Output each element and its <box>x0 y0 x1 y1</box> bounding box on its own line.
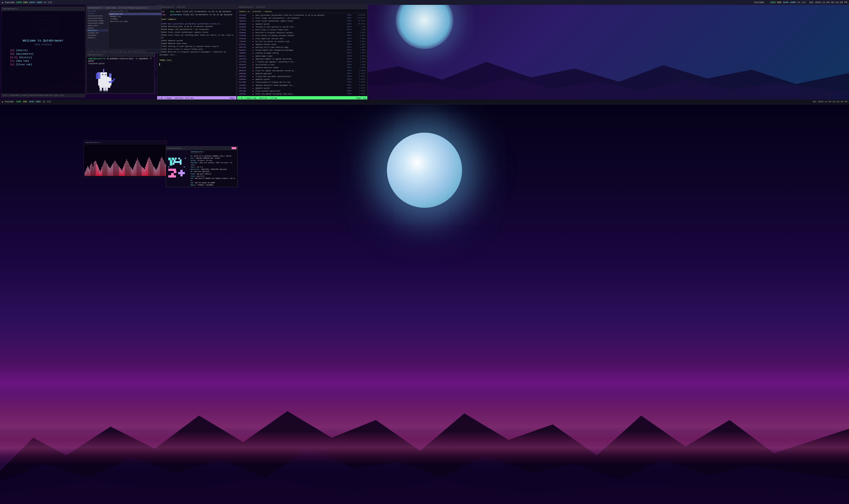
pokemon-pixel-art <box>88 66 153 95</box>
vis-bar <box>154 167 155 176</box>
vis-bar <box>121 169 121 176</box>
commit-log-item[interactable]: e4e503c●Updated uwunicorn theme wallpape… <box>239 84 365 87</box>
taskbar-title[interactable]: Youtube <box>4 101 14 103</box>
commit-log-item[interactable]: d9bc86a●Fixes ranger dnd optimization + … <box>239 17 365 20</box>
filemgr-item[interactable]: selenized-dark <box>87 17 108 19</box>
commit-log-item[interactable]: e580f59●Trying some new power optimizati… <box>239 75 365 78</box>
taskbar-mem: 104% 100% <box>29 101 41 103</box>
commit-log-item[interactable]: cefd230●Updated uwunicorn themeEmmet1 we… <box>239 66 365 69</box>
commit-log-item[interactable]: b337190●Fixes youtube hyprprofileEmmet3 … <box>239 90 365 93</box>
commit-item[interactable]: 5a7f9d2 Testing if auto-cpufreq is syste… <box>159 45 234 48</box>
commit-item[interactable]: 44605a1 Fixes recent qutebrowser update … <box>159 31 234 34</box>
vis-bar <box>134 165 135 176</box>
commit-log-item[interactable]: b0b1040●Updated pyprlandEmmet2 weeks <box>239 72 365 75</box>
commit-log-item[interactable]: 1d9f961●Fixes org agenda following roam … <box>239 93 365 95</box>
commit-log-item[interactable]: 2774c0c●Extra lines to ensure flakes wor… <box>239 29 365 31</box>
qutebrowser-content: · · · · · · · · · · · · · · · · · · · · … <box>1 11 85 69</box>
commit-log-item[interactable]: 7704c0e●Fix for nix parser on install.or… <box>239 40 365 43</box>
vis-bar <box>157 168 158 176</box>
filemgr-item[interactable]: selenized-light <box>87 22 108 24</box>
svg-rect-16 <box>106 91 108 92</box>
vis-bar <box>143 168 144 176</box>
svg-rect-34 <box>168 169 176 171</box>
svg-rect-7 <box>109 73 111 78</box>
commit-item[interactable]: 8700c8d Fixes flake not building when fl… <box>159 34 234 40</box>
filemgr-item[interactable]: zenburn <box>87 36 108 39</box>
commit-log-item[interactable]: a2650e0●Reverted to original uwunicorn w… <box>239 31 365 34</box>
terminal-rapidash-titlebar: emmet@snowfire: ~ <box>87 53 155 57</box>
vis-bar <box>164 162 165 176</box>
filemgr-item[interactable]: windows-95 <box>87 32 108 34</box>
commit-log-item[interactable]: 5ab0b19●Pinned embark and reorganized pa… <box>239 49 365 52</box>
file-manager-window: emmet@snowfire: /home/emmet/.dotfiles/th… <box>86 5 161 53</box>
filemgr-item[interactable]: system <box>87 12 108 15</box>
app-title-left[interactable]: Youtube <box>5 1 15 4</box>
commit-log-item[interactable]: 93a1f1c●Added magit-todosEmmet1 week <box>239 55 365 58</box>
commit-item[interactable]: a950dd0 Removed some bloat <box>159 42 234 45</box>
vis-bar <box>140 164 140 176</box>
neofetch-body: emmet@snowfire ━━━━━━━━━━━━━━ OS: NixOS … <box>166 150 237 187</box>
commit-log-item[interactable]: df4eee6●3d printing is coolEmmet1 week <box>239 64 365 66</box>
filemgr-item[interactable]: uwunicorn <box>87 29 108 32</box>
filemgr-file-yaml[interactable]: uwunicorn-yt.yaml <box>109 20 161 22</box>
qb-menu-quickmarks[interactable]: [b] [Quickmarks] <box>3 52 83 56</box>
vis-bar <box>110 168 111 176</box>
qb-menu-newtab[interactable]: [t] [New tab] <box>3 59 83 63</box>
commit-log-item[interactable]: b3c7dd4●Updated systemEmmet3 weeks <box>239 87 365 90</box>
commit-log-item[interactable]: 5a94da4●Updated systemEmmet2 weeks <box>239 78 365 81</box>
vis-bar <box>155 169 156 176</box>
filemgr-item[interactable]: selenized-dark <box>87 15 108 17</box>
svg-rect-14 <box>100 91 102 92</box>
commit-log-item[interactable]: b00d278●Fixes for waybar and patched cus… <box>239 69 365 72</box>
commit-log-item[interactable]: c0b0313●Cleaned up magit configEmmet1 we… <box>239 52 365 55</box>
vis-bar <box>138 160 139 176</box>
qb-menu-search[interactable]: [o] [Search] <box>3 49 83 52</box>
commit-log-item[interactable]: 3ef5130●Fixes qemu user session uefiEmme… <box>239 37 365 40</box>
commits-log-window: emmet@snowfire: .dotfiles Commits in --b… <box>237 5 367 100</box>
commit-log-item[interactable]: 9950636●Updated systemEmmet18 hours <box>239 23 365 26</box>
commit-log-item[interactable]: bc37d0d●Transitioned to flatpak obs for … <box>239 81 365 84</box>
svg-rect-23 <box>170 160 173 163</box>
vis-bar <box>89 169 90 176</box>
app-title-right[interactable]: Youtube <box>754 1 764 4</box>
qb-menu-history[interactable]: [S-h] [History] <box>3 56 83 59</box>
vis-bar <box>108 166 109 176</box>
vis-bar <box>94 162 94 176</box>
filemgr-file-license[interactable]: LICENSE <box>109 18 161 20</box>
filemgr-item[interactable]: space-dust <box>87 24 108 27</box>
svg-rect-21 <box>168 158 171 160</box>
commit-item[interactable]: a2650e0 Reverted to original uwunicorn w… <box>159 51 234 56</box>
commit-item[interactable]: d00fa89 Ranger dnd optimization + qb fil… <box>159 28 234 31</box>
filemgr-file-polarity[interactable]: polarity.txt <box>109 13 161 15</box>
svg-rect-37 <box>168 175 176 178</box>
commit-log-item[interactable]: 5d9f710●Getting rid of some electron pkg… <box>239 46 365 49</box>
commit-log-item[interactable]: 5af93d2●Testing if auto-cpufreq is syste… <box>239 26 365 29</box>
commit-item[interactable]: ef0c50d Switching back to gh as screensh… <box>159 25 234 28</box>
taskbar-right-section: Youtube 100% 59% 104% 100% 1% 115 Sat 20… <box>754 1 847 4</box>
qutebrowser-window: emmet@snowfire · · · · · · · · · · · · ·… <box>1 7 85 97</box>
commit-log-item[interactable]: 1fb4c9d●main gitea/main github/main Fixe… <box>239 14 365 17</box>
svg-rect-29 <box>173 161 175 163</box>
moon-bottom <box>387 133 462 208</box>
qb-menu-closetab[interactable]: [x] [Close tab] <box>3 63 83 66</box>
commit-log-item[interactable]: e011f28●Improved comment on agenda synct… <box>239 58 365 60</box>
filemgr-item[interactable]: ubuntu <box>87 27 108 29</box>
battery-status-right: 100% <box>770 1 776 4</box>
commit-item[interactable]: dee0888 main gitea/main gitlab/main gith… <box>159 22 234 25</box>
commits-log-titlebar: emmet@snowfire: .dotfiles <box>237 5 367 9</box>
filemgr-item[interactable]: woodland <box>87 34 108 36</box>
commit-log-item[interactable]: fa7049a●Extra detail on adding unstable … <box>239 34 365 37</box>
commit-log-item[interactable]: bc315cc●Updated install notesEmmet1 week <box>239 43 365 46</box>
vis-bar <box>129 164 130 176</box>
filemgr-file-readme[interactable]: README.org <box>109 15 161 18</box>
qutebrowser-statusbar: file:///home/emmet/.browser/Tech/config/… <box>1 93 85 97</box>
commit-item[interactable]: bdd2dd3 Updated system <box>159 39 234 42</box>
neofetch-window-title: emmet@snowfire: ~ <box>167 147 185 149</box>
commit-log-item[interactable]: e1c7253●I finally got agenda + syncthing… <box>239 60 365 64</box>
git-content: Head: main main Fixed all screenshots to… <box>157 9 236 96</box>
qb-welcome-title: Welcome to Qutebrowser <box>3 39 83 42</box>
filemgr-item[interactable]: ald-hope <box>87 10 108 12</box>
commit-log-item[interactable]: 28aa3ca●Fixes recent qutebrowser update … <box>239 20 365 22</box>
commit-item[interactable]: 2774c0c Extra lines to ensure flakes wor… <box>159 48 234 51</box>
filemgr-item[interactable]: selenized-light <box>87 19 108 22</box>
